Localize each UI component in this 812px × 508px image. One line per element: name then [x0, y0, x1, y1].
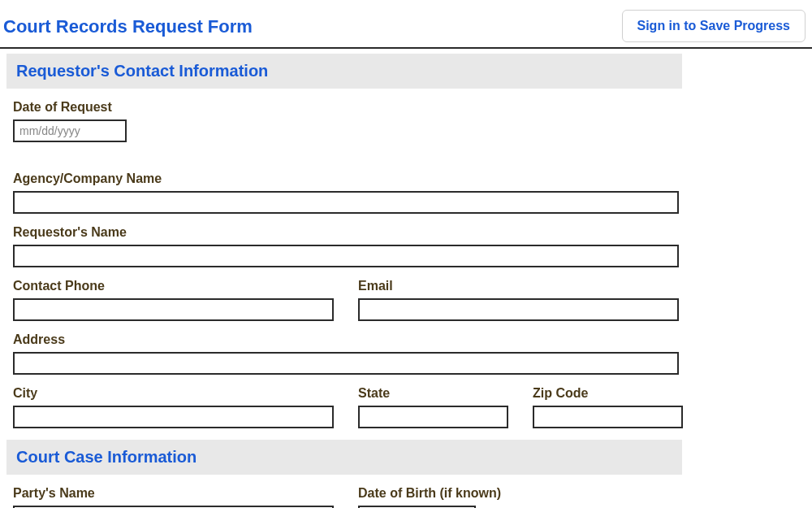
- label-agency-company: Agency/Company Name: [13, 172, 679, 186]
- city-input[interactable]: [13, 406, 334, 428]
- label-contact-phone: Contact Phone: [13, 279, 334, 293]
- label-state: State: [358, 386, 508, 401]
- address-input[interactable]: [13, 352, 679, 375]
- agency-company-input[interactable]: [13, 191, 679, 214]
- label-party-name: Party's Name: [13, 486, 334, 501]
- contact-phone-input[interactable]: [13, 298, 334, 321]
- page-title: Court Records Request Form: [3, 10, 253, 37]
- label-dob: Date of Birth (if known): [358, 486, 679, 501]
- header-divider: [0, 47, 812, 49]
- label-email: Email: [358, 279, 679, 293]
- label-requestor-name: Requestor's Name: [13, 225, 679, 240]
- label-city: City: [13, 386, 334, 401]
- signin-button[interactable]: Sign in to Save Progress: [622, 10, 806, 42]
- label-zip: Zip Code: [533, 386, 683, 401]
- date-of-request-input[interactable]: [13, 119, 127, 142]
- label-date-of-request: Date of Request: [13, 100, 679, 115]
- section-header-court-case: Court Case Information: [6, 440, 682, 475]
- email-input[interactable]: [358, 298, 679, 321]
- label-address: Address: [13, 332, 679, 347]
- state-input[interactable]: [358, 406, 508, 428]
- section-header-requestor: Requestor's Contact Information: [6, 54, 682, 89]
- requestor-name-input[interactable]: [13, 245, 679, 267]
- zip-input[interactable]: [533, 406, 683, 428]
